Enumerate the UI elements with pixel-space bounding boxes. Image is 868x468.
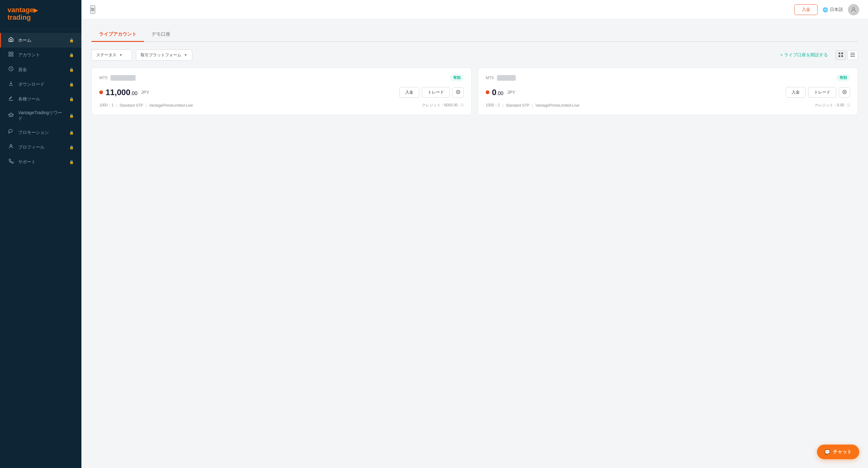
sidebar-item-promo[interactable]: プロモーション 🔒 <box>0 125 82 140</box>
profile-icon <box>7 143 14 151</box>
sidebar-item-label-profile: プロフィール <box>18 144 65 150</box>
logo-trading: trading <box>7 13 31 21</box>
card-2-sep1: | <box>502 103 503 108</box>
card-1-sep1: | <box>116 103 117 108</box>
tools-icon <box>7 95 14 103</box>
language-selector[interactable]: 🌐 日本語 <box>823 7 843 12</box>
lock-icon-tools: 🔒 <box>69 97 74 101</box>
tab-live[interactable]: ライブアカウント <box>91 28 144 42</box>
sidebar-item-home[interactable]: ホーム 🔒 <box>0 33 82 47</box>
platform-filter[interactable]: 取引プラットフォーム ▼ <box>136 49 192 61</box>
card-2-trade-button[interactable]: トレード <box>808 87 836 98</box>
sidebar-item-label-rewards: VantageTradingリワード <box>18 110 65 122</box>
status-chevron-icon: ▼ <box>119 53 123 57</box>
tab-demo[interactable]: デモ口座 <box>144 28 178 42</box>
card-1-platform-row: MT5 <box>99 75 135 81</box>
svg-point-5 <box>10 113 12 115</box>
sidebar: vantage▶ trading ホーム 🔒 アカウント 🔒 資金 🔒 <box>0 0 82 468</box>
lock-icon-download: 🔒 <box>69 82 74 87</box>
header-right: 入金 🌐 日本語 <box>795 4 859 15</box>
open-account-button[interactable]: + ライブ口座を開設する <box>780 52 828 58</box>
card-1-account-number <box>111 75 135 81</box>
lock-icon-profile: 🔒 <box>69 145 74 149</box>
lock-icon-rewards: 🔒 <box>69 113 74 118</box>
platform-filter-label: 取引プラットフォーム <box>141 52 181 58</box>
lock-icon-home: 🔒 <box>69 38 74 42</box>
globe-icon: 🌐 <box>823 7 828 12</box>
logo-vantage: vantage <box>7 6 33 14</box>
card-1-info-icon[interactable]: ⓘ <box>460 103 464 108</box>
sidebar-item-funds[interactable]: 資金 🔒 <box>0 62 82 77</box>
svg-rect-14 <box>850 56 855 57</box>
card-1-credit: クレジット：6000.00 <box>422 103 458 108</box>
card-1-server: VantagePrimeLimited-Live <box>149 103 193 108</box>
svg-rect-9 <box>841 53 843 54</box>
card-1-top: MT5 有効 <box>99 74 464 81</box>
card-2-credit: クレジット：0.00 <box>814 103 844 108</box>
home-icon <box>7 37 14 44</box>
card-1-balance-cents: .00 <box>131 91 137 96</box>
download-icon <box>7 81 14 88</box>
page-content: ライブアカウント デモ口座 ステータス ▼ 取引プラットフォーム ▼ + ライブ… <box>82 20 868 468</box>
header-deposit-button[interactable]: 入金 <box>795 4 817 15</box>
card-2-settings-button[interactable] <box>839 87 850 98</box>
svg-rect-12 <box>850 53 855 53</box>
main-content: ≡ 入金 🌐 日本語 ライブアカウント デモ口座 ステータス ▼ 取引プ <box>82 0 868 468</box>
svg-rect-13 <box>850 55 855 55</box>
promo-icon <box>7 129 14 136</box>
card-1-deposit-button[interactable]: 入金 <box>399 87 419 98</box>
card-1-status-dot <box>99 91 103 94</box>
card-2-account-type: Standard STP <box>506 103 529 108</box>
card-1-settings-button[interactable] <box>453 87 464 98</box>
open-account-label: + ライブ口座を開設する <box>780 52 828 58</box>
sidebar-item-download[interactable]: ダウンロード 🔒 <box>0 77 82 92</box>
grid-view-button[interactable] <box>835 51 846 60</box>
sidebar-item-profile[interactable]: プロフィール 🔒 <box>0 140 82 155</box>
accounts-grid: MT5 有効 11,000.00 JPY 入金 トレ <box>91 68 858 115</box>
status-filter[interactable]: ステータス ▼ <box>91 49 132 61</box>
platform-chevron-icon: ▼ <box>184 53 188 57</box>
sidebar-item-account[interactable]: アカウント 🔒 <box>0 47 82 62</box>
status-filter-label: ステータス <box>96 52 117 58</box>
card-1-trade-button[interactable]: トレード <box>422 87 450 98</box>
svg-point-15 <box>458 91 459 93</box>
card-2-status-badge: 有効 <box>836 74 850 81</box>
sidebar-item-tools[interactable]: 各種ツール 🔒 <box>0 92 82 106</box>
lock-icon-funds: 🔒 <box>69 68 74 72</box>
sidebar-item-label-home: ホーム <box>18 37 65 43</box>
card-1-footer: 1000：1 | Standard STP | VantagePrimeLimi… <box>99 103 464 108</box>
svg-rect-0 <box>9 52 10 54</box>
card-1-account-type: Standard STP <box>120 103 143 108</box>
card-1-balance-row: 11,000.00 JPY 入金 トレード <box>99 87 464 98</box>
card-2-server: VantagePrimeLimited-Live <box>535 103 579 108</box>
card-1-actions: 入金 トレード <box>399 87 464 98</box>
filters-row: ステータス ▼ 取引プラットフォーム ▼ + ライブ口座を開設する <box>91 49 858 61</box>
lock-icon-account: 🔒 <box>69 53 74 57</box>
svg-point-16 <box>844 91 845 93</box>
svg-rect-8 <box>839 53 840 54</box>
card-1-balance-left: 11,000.00 JPY <box>99 88 149 97</box>
card-1-sep2: | <box>146 103 147 108</box>
card-2-top: MT5 有効 <box>486 74 850 81</box>
user-avatar[interactable] <box>848 4 859 15</box>
sidebar-item-rewards[interactable]: VantageTradingリワード 🔒 <box>0 106 82 125</box>
lock-icon-promo: 🔒 <box>69 130 74 135</box>
card-2-balance-main: 0 <box>492 88 496 97</box>
card-2-deposit-button[interactable]: 入金 <box>786 87 806 98</box>
list-view-button[interactable] <box>847 51 858 60</box>
card-1-platform: MT5 <box>99 75 107 80</box>
card-2-footer: 1000：1 | Standard STP | VantagePrimeLimi… <box>486 103 850 108</box>
chat-icon: 💬 <box>825 449 830 455</box>
card-2-info-icon[interactable]: ⓘ <box>847 103 850 108</box>
sidebar-item-support[interactable]: サポート 🔒 <box>0 155 82 169</box>
account-card-1: MT5 有効 11,000.00 JPY 入金 トレ <box>91 68 472 115</box>
hamburger-button[interactable]: ≡ <box>90 5 95 14</box>
lock-icon-support: 🔒 <box>69 160 74 164</box>
account-icon <box>7 51 14 59</box>
card-2-balance-cents: .00 <box>496 91 503 96</box>
sidebar-item-label-tools: 各種ツール <box>18 96 65 102</box>
card-2-platform-row: MT5 <box>486 75 516 81</box>
chat-button[interactable]: 💬 チャット <box>817 444 859 459</box>
card-2-actions: 入金 トレード <box>786 87 850 98</box>
sidebar-item-label-funds: 資金 <box>18 67 65 73</box>
